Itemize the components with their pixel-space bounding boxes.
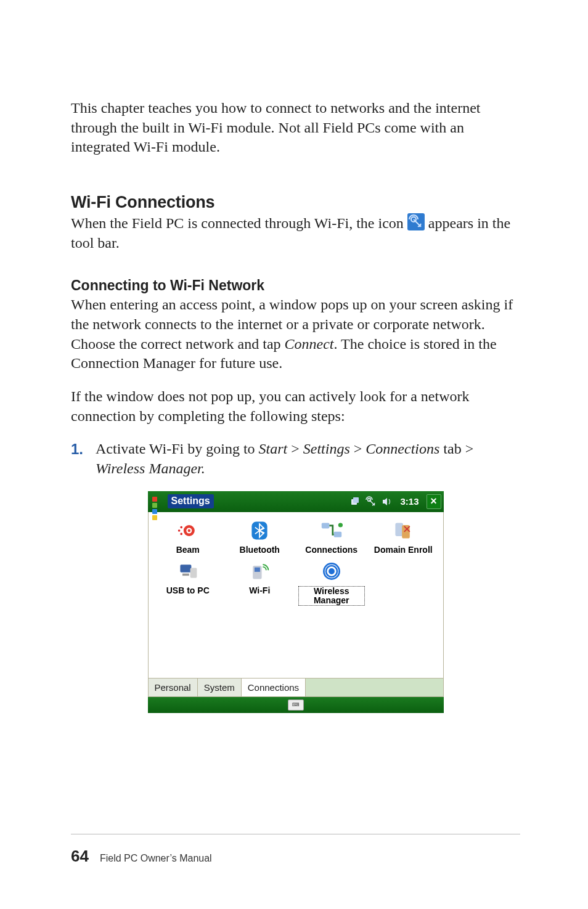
footer-title: Field PC Owner’s Manual: [100, 853, 212, 864]
connecting-paragraph-2: If the window does not pop up, you can a…: [71, 387, 520, 426]
step1-gt2: >: [350, 441, 366, 457]
settings-screenshot: Settings 3:13 ×: [148, 491, 444, 713]
step-1-number: 1.: [71, 439, 87, 478]
item-bluetooth[interactable]: Bluetooth: [226, 518, 293, 555]
step-1-text: Activate Wi-Fi by going to Start > Setti…: [96, 439, 520, 478]
tab-strip: Personal System Connections: [148, 679, 444, 697]
svg-point-10: [180, 532, 182, 535]
subheading-connecting: Connecting to Wi-Fi Network: [71, 277, 520, 294]
wifi-line-pre: When the Field PC is connected through W…: [71, 215, 407, 231]
wifi-label: Wi-Fi: [226, 586, 293, 595]
keyboard-icon[interactable]: ⌨: [288, 699, 304, 711]
svg-point-7: [187, 529, 190, 532]
page-number: 64: [71, 847, 89, 866]
domain-enroll-icon: [391, 518, 415, 543]
title-settings: Settings: [168, 494, 214, 508]
step-1-row: 1. Activate Wi-Fi by going to Start > Se…: [71, 439, 520, 478]
item-domain-enroll[interactable]: Domain Enroll: [370, 518, 437, 555]
step1-tab: tab: [439, 441, 465, 457]
wifi-icon-paragraph: When the Field PC is connected through W…: [71, 213, 520, 253]
connecting-paragraph-1: When entering an access point, a window …: [71, 295, 520, 373]
item-connections[interactable]: Connections: [298, 518, 365, 555]
step1-settings: Settings: [303, 441, 350, 457]
tab-system[interactable]: System: [198, 679, 242, 696]
svg-rect-12: [322, 523, 330, 528]
wifi-status-bar-icon[interactable]: [365, 496, 377, 507]
connections-label: Connections: [298, 545, 365, 555]
usb-icon: [176, 559, 200, 584]
para-a-connect: Connect: [285, 336, 334, 352]
svg-rect-19: [190, 568, 197, 578]
svg-point-8: [180, 526, 182, 529]
step1-wm: Wireless Manager.: [96, 460, 205, 476]
svg-point-14: [338, 523, 343, 527]
item-wifi[interactable]: Wi-Fi: [226, 559, 293, 595]
volume-icon[interactable]: [382, 496, 393, 507]
wifi-device-icon: [247, 559, 272, 584]
domain-enroll-label: Domain Enroll: [370, 545, 437, 555]
step1-gt3: >: [465, 441, 474, 457]
overlap-windows-icon[interactable]: [349, 496, 361, 507]
clock-time[interactable]: 3:13: [398, 496, 421, 507]
svg-rect-3: [353, 497, 359, 503]
tab-personal[interactable]: Personal: [149, 679, 198, 696]
settings-panel: Beam Bluetooth Connections: [148, 512, 444, 679]
close-button[interactable]: ×: [427, 494, 441, 509]
start-menu-icon[interactable]: [152, 496, 163, 507]
svg-point-9: [178, 529, 181, 532]
svg-rect-17: [180, 565, 191, 573]
wifi-status-icon: [407, 213, 425, 230]
intro-paragraph: This chapter teaches you how to connect …: [71, 99, 520, 157]
wireless-manager-label: Wireless Manager: [298, 586, 365, 605]
wireless-manager-icon: [319, 559, 344, 584]
page-footer: 64 Field PC Owner’s Manual: [71, 834, 520, 866]
svg-rect-13: [333, 532, 341, 537]
svg-rect-18: [182, 574, 189, 576]
item-wireless-manager[interactable]: Wireless Manager: [298, 559, 365, 605]
bluetooth-icon: [247, 518, 272, 543]
beam-label: Beam: [155, 545, 222, 555]
step1-start: Start: [259, 441, 288, 457]
connections-icon: [319, 518, 344, 543]
usb-label: USB to PC: [155, 586, 222, 595]
section-heading-wifi: Wi-Fi Connections: [71, 193, 520, 212]
step1-t1: Activate Wi-Fi by going to: [96, 441, 259, 457]
bottom-bar: ⌨: [148, 697, 444, 713]
step1-connections: Connections: [365, 441, 439, 457]
item-beam[interactable]: Beam: [155, 518, 222, 555]
tab-connections[interactable]: Connections: [242, 679, 306, 696]
step1-gt1: >: [287, 441, 303, 457]
titlebar: Settings 3:13 ×: [148, 491, 444, 512]
svg-rect-15: [396, 523, 404, 536]
svg-rect-21: [255, 568, 260, 572]
svg-point-22: [329, 569, 333, 574]
beam-icon: [176, 518, 200, 543]
item-usb-to-pc[interactable]: USB to PC: [155, 559, 222, 595]
bluetooth-label: Bluetooth: [226, 545, 293, 555]
